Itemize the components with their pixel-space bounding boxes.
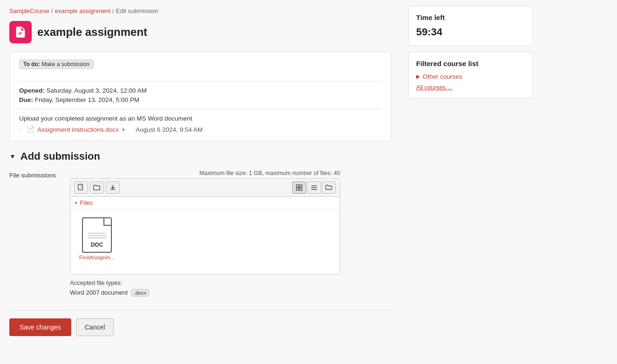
assignment-header: example assignment	[9, 21, 391, 43]
file-item[interactable]: DOC FirstAssignm...	[76, 215, 118, 263]
instructions-file-link[interactable]: Assignment instructions.docx	[37, 126, 119, 133]
opened-date: Opened: Saturday, August 3, 2024, 12:00 …	[19, 87, 382, 94]
fm-path: Files	[80, 199, 93, 206]
add-folder-button[interactable]	[90, 182, 104, 194]
instructions-section: Upload your completed assignment as an M…	[19, 115, 382, 133]
filtered-course-list-card: Filtered course list ▶ Other courses All…	[408, 52, 533, 99]
file-type-row: Word 2007 document .docx	[70, 289, 340, 297]
filtered-list-title: Filtered course list	[416, 60, 525, 67]
add-submission-section: ▼ Add submission File submissions Maximu…	[9, 150, 391, 336]
todo-badge: To do: Make a submission	[19, 60, 382, 75]
fm-folder-icon: ▪	[75, 199, 77, 206]
fm-tools-left	[74, 182, 120, 194]
info-card: To do: Make a submission Opened: Saturda…	[9, 52, 391, 141]
fm-tools-right	[292, 182, 336, 194]
svg-rect-7	[300, 188, 302, 190]
breadcrumb-course[interactable]: SampleCourse	[9, 7, 49, 14]
add-file-button[interactable]	[74, 182, 88, 194]
save-button[interactable]: Save changes	[9, 318, 71, 336]
fm-breadcrumb: ▪ Files	[70, 197, 340, 209]
all-courses-link[interactable]: All courses ...	[416, 84, 525, 91]
accepted-label: Accepted file types:	[70, 279, 123, 286]
folder-view-button[interactable]	[322, 182, 336, 194]
file-submissions-label: File submissions	[9, 170, 61, 179]
other-courses-item[interactable]: ▶ Other courses	[416, 73, 525, 80]
tree-icon: ⋮	[19, 127, 24, 132]
add-file-icon[interactable]: +	[122, 126, 125, 133]
download-button[interactable]	[106, 182, 120, 194]
file-link-row: ⋮ 📄 Assignment instructions.docx + Augus…	[19, 126, 382, 133]
arrow-icon: ▶	[416, 74, 420, 80]
time-left-value: 59:34	[416, 26, 525, 38]
grid-view-button[interactable]	[292, 182, 306, 194]
svg-rect-4	[296, 185, 299, 187]
sidebar: Time left 59:34 Filtered course list ▶ O…	[401, 0, 541, 364]
file-manager-toolbar	[70, 179, 340, 197]
file-manager: Maximum file size: 1 GB, maximum number …	[70, 170, 340, 297]
word-doc-label: Word 2007 document	[70, 289, 128, 296]
bottom-bar: Save changes Cancel	[9, 310, 391, 336]
file-manager-box: ▪ Files	[70, 178, 340, 275]
file-icon: 📄	[27, 126, 34, 133]
page-title: example assignment	[37, 26, 147, 39]
svg-rect-6	[296, 188, 299, 190]
instructions-text: Upload your completed assignment as an M…	[19, 115, 382, 122]
time-left-label: Time left	[416, 13, 525, 21]
accepted-types: Accepted file types:	[70, 279, 340, 286]
fm-content: DOC FirstAssignm...	[70, 209, 340, 274]
doc-file-icon: DOC	[82, 217, 112, 253]
breadcrumb: SampleCourse / example assignment / Edit…	[9, 7, 391, 14]
file-submissions-row: File submissions Maximum file size: 1 GB…	[9, 170, 391, 297]
list-view-button[interactable]	[307, 182, 321, 194]
section-toggle[interactable]: ▼ Add submission	[9, 150, 391, 162]
time-left-card: Time left 59:34	[408, 6, 533, 46]
section-title: Add submission	[21, 150, 100, 162]
svg-rect-5	[300, 185, 302, 187]
due-date: Due: Friday, September 13, 2024, 5:00 PM	[19, 96, 382, 103]
other-courses-label: Other courses	[423, 73, 462, 80]
breadcrumb-current: Edit submission	[116, 7, 158, 14]
breadcrumb-assignment[interactable]: example assignment	[55, 7, 110, 14]
collapse-icon: ▼	[9, 153, 16, 160]
file-manager-info: Maximum file size: 1 GB, maximum number …	[70, 170, 340, 176]
cancel-button[interactable]: Cancel	[76, 318, 114, 336]
file-date: August 6 2024, 9:54 AM	[136, 126, 203, 133]
docx-badge: .docx	[131, 289, 149, 297]
file-name: FirstAssignm...	[79, 255, 115, 260]
assignment-icon	[9, 21, 32, 43]
